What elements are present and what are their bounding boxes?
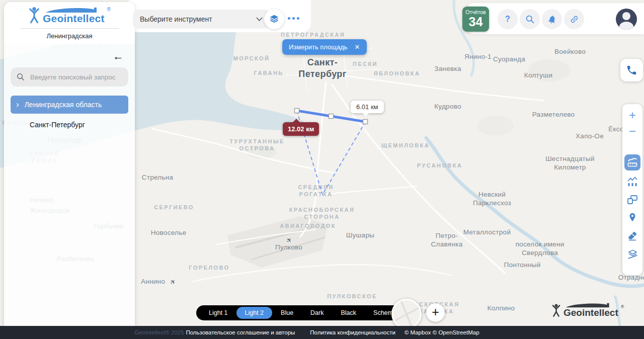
brand-name: Geointellect xyxy=(43,13,105,24)
phone-contact-button[interactable] xyxy=(620,59,643,81)
tool-chart-button[interactable] xyxy=(625,175,640,189)
sidebar-header: Geointellect ® Ленинградская xyxy=(4,2,135,44)
search-button[interactable] xyxy=(520,9,540,29)
tool-select-dropdown[interactable]: Выберите инструмент xyxy=(133,10,270,29)
tool-location-pin-button[interactable] xyxy=(625,211,640,225)
tool-select-value: Выберите инструмент xyxy=(140,15,212,23)
measure-area-label: Измерить площадь xyxy=(289,43,348,51)
share-link-button[interactable] xyxy=(564,9,584,29)
brand-logo: Geointellect ® xyxy=(4,7,135,24)
map-park xyxy=(477,116,514,136)
devices-icon xyxy=(626,194,638,206)
footer-brand: Geointellect® 2025 xyxy=(134,329,184,335)
user-avatar[interactable] xyxy=(616,9,637,30)
tool-measure-chart-button[interactable] xyxy=(624,154,640,171)
footer-bar: Geointellect® 2025 Пользовательское согл… xyxy=(0,326,644,339)
layers-edit-icon xyxy=(627,248,638,260)
brand-registered-mark: ® xyxy=(107,7,111,12)
map-tools-panel: + − xyxy=(622,104,642,275)
logo-person-icon xyxy=(28,7,40,24)
question-icon: ? xyxy=(505,15,510,24)
sidebar-item-label: Ленинградская область xyxy=(25,101,102,109)
bell-icon xyxy=(547,15,557,24)
more-menu-button[interactable] xyxy=(288,17,299,20)
chevron-right-icon: › xyxy=(16,100,19,109)
layers-icon xyxy=(269,14,280,25)
tool-devices-button[interactable] xyxy=(625,193,640,207)
map-park xyxy=(528,59,571,81)
dot xyxy=(288,17,290,20)
measure-chart-icon xyxy=(626,156,638,168)
watermark-person-icon xyxy=(551,303,561,317)
map-attribution[interactable]: © Mapbox © OpenStreetMap xyxy=(405,329,479,335)
map-style-light-2[interactable]: Light 2 xyxy=(236,307,273,319)
map-style-dark[interactable]: Dark xyxy=(302,307,332,319)
sidebar: Geointellect ® Ленинградская ← ›Ленингра… xyxy=(4,2,135,326)
eraser-icon xyxy=(627,230,638,241)
measurement-total-label: 12.02 км xyxy=(283,122,319,136)
map-style-black[interactable]: Black xyxy=(333,307,365,319)
region-list: ›Ленинградская областьСанкт-Петербург xyxy=(11,96,128,134)
map-style-light-1[interactable]: Light 1 xyxy=(200,307,236,319)
map-style-blue[interactable]: Blue xyxy=(272,307,302,319)
footer-link[interactable]: Пользовательское соглашение и авторы xyxy=(186,329,295,335)
zoom-in-button[interactable]: + xyxy=(624,107,640,123)
dot xyxy=(292,17,295,20)
notifications-button[interactable] xyxy=(542,9,562,29)
tool-eraser-button[interactable] xyxy=(625,229,640,243)
footer-link[interactable]: Политика конфиденциальности xyxy=(310,329,395,335)
measure-area-tooltip: Измерить площадь ✕ xyxy=(282,39,367,55)
style-preview-thumbnail[interactable] xyxy=(391,299,422,329)
chevron-down-icon xyxy=(256,17,263,22)
location-pin-icon xyxy=(627,212,638,223)
search-box xyxy=(11,67,128,87)
close-icon[interactable]: ✕ xyxy=(355,43,360,51)
phone-icon xyxy=(626,64,637,76)
watermark-brand: Geointellect xyxy=(564,308,618,317)
back-button[interactable]: ← xyxy=(110,50,127,62)
tool-layers-edit-button[interactable] xyxy=(625,247,640,261)
reports-badge[interactable]: Отчётов 34 xyxy=(462,7,489,32)
sidebar-item-label: Санкт-Петербург xyxy=(30,121,85,129)
zoom-out-button[interactable]: − xyxy=(624,123,640,139)
divider xyxy=(20,28,119,29)
map-watermark-logo: Geointellect ® xyxy=(551,302,624,317)
search-input[interactable] xyxy=(29,73,122,81)
watermark-registered-mark: ® xyxy=(621,304,624,309)
link-icon xyxy=(570,15,579,24)
sidebar-item-ленинградская-область[interactable]: ›Ленинградская область xyxy=(11,96,128,114)
dot xyxy=(297,17,299,20)
footer-links: Пользовательское соглашение и авторыПоли… xyxy=(186,329,395,335)
map-style-switcher: Light 1Light 2BlueDarkBlackScheme xyxy=(196,305,409,320)
map-plus-button[interactable]: + xyxy=(426,303,445,322)
current-region-label: Ленинградская xyxy=(4,32,135,40)
layers-button[interactable] xyxy=(264,9,284,29)
chart-icon xyxy=(626,176,638,188)
help-button[interactable]: ? xyxy=(498,9,518,29)
sidebar-item-санкт-петербург[interactable]: Санкт-Петербург xyxy=(11,116,128,134)
measurement-segment-label: 6.01 км xyxy=(351,101,384,113)
search-icon xyxy=(17,73,25,81)
search-icon xyxy=(525,15,535,24)
reports-count: 34 xyxy=(462,15,489,28)
